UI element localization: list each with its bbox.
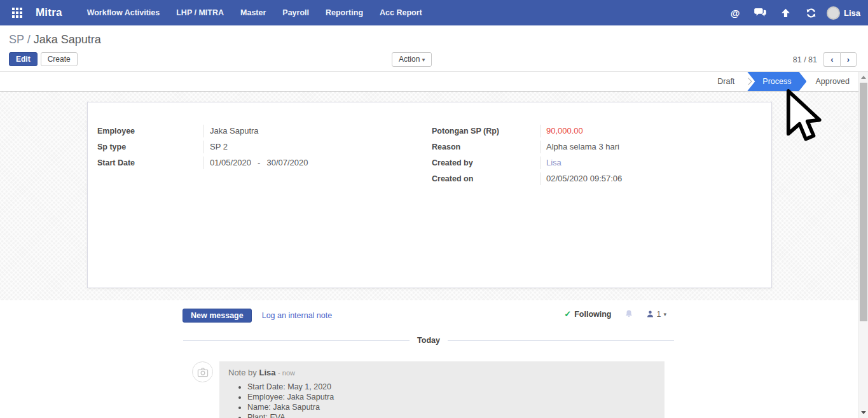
scroll-up-button[interactable] xyxy=(859,73,868,82)
messages-icon[interactable] xyxy=(750,3,771,22)
bell-icon[interactable] xyxy=(624,309,633,319)
list-item: Name: Jaka Saputra xyxy=(247,402,656,412)
field-employee-value: Jaka Saputra xyxy=(203,125,432,137)
field-created-by: Created by Lisa xyxy=(432,155,762,171)
person-icon xyxy=(646,310,654,318)
action-dropdown[interactable]: Action ▾ xyxy=(392,52,432,67)
log-internal-note-link[interactable]: Log an internal note xyxy=(262,311,333,320)
breadcrumb-separator: / xyxy=(27,33,31,46)
pager-previous-button[interactable]: ‹ xyxy=(823,52,840,67)
form-left-column: Employee Jaka Saputra Sp type SP 2 Start… xyxy=(97,123,432,186)
menu-master[interactable]: Master xyxy=(233,4,273,21)
field-sp-type: Sp type SP 2 xyxy=(97,139,432,155)
menu-workflow-activities[interactable]: Workflow Activities xyxy=(80,4,167,21)
message-author[interactable]: Lisa xyxy=(259,368,275,377)
scroll-down-button[interactable] xyxy=(859,408,868,417)
caret-down-icon: ▾ xyxy=(663,311,666,317)
main-menu: Workflow Activities LHP / MITRA Master P… xyxy=(80,4,429,21)
user-name: Lisa xyxy=(844,8,860,18)
field-reason-value: Alpha selama 3 hari xyxy=(540,141,762,153)
caret-down-icon: ▾ xyxy=(422,57,425,63)
form-right-column: Potongan SP (Rp) 90,000.00 Reason Alpha … xyxy=(432,123,762,186)
triangle-down-icon xyxy=(861,411,866,414)
message-header: Note by Lisa - now xyxy=(228,368,656,377)
scrollbar-thumb[interactable] xyxy=(860,83,867,321)
form-sheet: Employee Jaka Saputra Sp type SP 2 Start… xyxy=(87,102,772,288)
apps-grid-icon[interactable] xyxy=(8,3,27,22)
today-divider: Today xyxy=(183,336,674,345)
page: Mitra Workflow Activities LHP / MITRA Ma… xyxy=(0,0,868,418)
status-process-active[interactable]: Process xyxy=(747,72,806,91)
control-panel: SP / Jaka Saputra Edit Create Action ▾ 8… xyxy=(0,25,868,72)
message-detail-list: Start Date: May 1, 2020 Employee: Jaka S… xyxy=(228,382,656,418)
followers-dropdown[interactable]: 1 ▾ xyxy=(646,310,666,319)
form-background: Employee Jaka Saputra Sp type SP 2 Start… xyxy=(0,92,868,300)
follower-count: 1 xyxy=(657,310,661,319)
menu-acc-report[interactable]: Acc Report xyxy=(373,4,429,21)
field-created-on-value: 02/05/2020 09:57:06 xyxy=(540,172,762,185)
chevron-right-icon xyxy=(745,78,752,85)
list-item: Plant: EVA xyxy=(247,412,656,418)
today-label: Today xyxy=(417,336,440,345)
menu-lhp-mitra[interactable]: LHP / MITRA xyxy=(169,4,231,21)
list-item: Employee: Jaka Saputra xyxy=(247,392,656,402)
status-row: Draft Process Approved xyxy=(0,72,868,92)
top-navbar: Mitra Workflow Activities LHP / MITRA Ma… xyxy=(0,0,868,25)
user-avatar xyxy=(827,6,840,20)
pager: 81 / 81 ‹ › xyxy=(793,52,857,67)
control-buttons: Edit Create xyxy=(9,52,859,66)
chatter-message: Note by Lisa - now Start Date: May 1, 20… xyxy=(192,361,868,418)
mentions-icon[interactable]: @ xyxy=(725,3,745,22)
camera-icon xyxy=(197,367,209,377)
upload-arrow-icon[interactable] xyxy=(776,3,796,22)
breadcrumb-parent[interactable]: SP xyxy=(9,33,24,46)
vertical-scrollbar[interactable] xyxy=(858,72,868,418)
list-item: Start Date: May 1, 2020 xyxy=(247,382,656,392)
status-draft[interactable]: Draft xyxy=(708,72,743,91)
message-body: Note by Lisa - now Start Date: May 1, 20… xyxy=(219,361,665,418)
following-button[interactable]: ✓ Following xyxy=(564,309,611,319)
breadcrumb-current: Jaka Saputra xyxy=(34,33,101,46)
statusbar: Draft Process Approved xyxy=(708,72,858,91)
triangle-up-icon xyxy=(861,76,866,79)
new-message-button[interactable]: New message xyxy=(183,309,252,323)
breadcrumb: SP / Jaka Saputra xyxy=(9,33,859,46)
navbar-right: @ xyxy=(725,3,860,22)
grid-icon xyxy=(12,8,22,18)
create-button[interactable]: Create xyxy=(41,52,78,66)
field-reason: Reason Alpha selama 3 hari xyxy=(432,139,762,155)
field-potongan-sp-value: 90,000.00 xyxy=(540,125,762,137)
refresh-icon[interactable] xyxy=(801,3,822,22)
brand-title: Mitra xyxy=(36,6,62,19)
status-approved[interactable]: Approved xyxy=(806,72,858,91)
field-employee: Employee Jaka Saputra xyxy=(97,123,432,139)
chatter-topbar: New message Log an internal note xyxy=(183,308,868,323)
field-sp-type-value: SP 2 xyxy=(203,141,432,153)
check-icon: ✓ xyxy=(564,309,571,319)
field-created-by-value[interactable]: Lisa xyxy=(540,157,762,169)
pager-next-button[interactable]: › xyxy=(840,52,857,67)
field-start-date-value: 01/05/2020 - 30/07/2020 xyxy=(203,157,432,169)
action-dropdown-wrap: Action ▾ xyxy=(392,52,432,67)
menu-payroll[interactable]: Payroll xyxy=(275,4,316,21)
message-avatar xyxy=(192,361,213,382)
menu-reporting[interactable]: Reporting xyxy=(319,4,370,21)
pager-count: 81 / 81 xyxy=(793,55,817,64)
field-created-on: Created on 02/05/2020 09:57:06 xyxy=(432,171,762,186)
chatter: New message Log an internal note ✓ Follo… xyxy=(0,300,868,418)
user-menu[interactable]: Lisa xyxy=(827,6,860,20)
field-start-date: Start Date 01/05/2020 - 30/07/2020 xyxy=(97,155,432,171)
message-time: - now xyxy=(278,369,295,377)
follow-block: ✓ Following 1 ▾ xyxy=(564,309,666,319)
edit-button[interactable]: Edit xyxy=(9,52,38,66)
field-potongan-sp: Potongan SP (Rp) 90,000.00 xyxy=(432,123,762,139)
